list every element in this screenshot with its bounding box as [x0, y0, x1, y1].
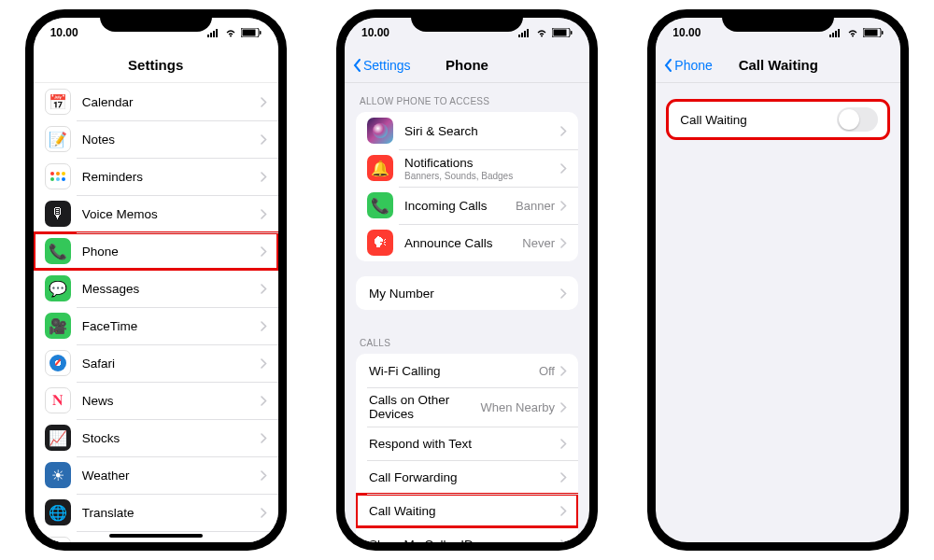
row-reminders[interactable]: Reminders	[34, 158, 278, 195]
nav-bar: Settings	[34, 48, 278, 83]
row-detail: Never	[522, 236, 555, 250]
row-safari[interactable]: Safari	[34, 344, 278, 382]
row-label: My Number	[369, 287, 560, 301]
call-waiting-content: Call Waiting	[656, 83, 900, 542]
row-siri-search[interactable]: Siri & Search	[356, 112, 578, 149]
announce-calls-icon: 🗣	[367, 230, 393, 256]
row-label: Translate	[82, 506, 261, 520]
weather-icon: ☀	[45, 462, 71, 488]
stocks-icon: 📈	[45, 425, 71, 451]
row-messages[interactable]: 💬 Messages	[34, 270, 278, 307]
notch	[411, 9, 523, 32]
back-button[interactable]: Settings	[352, 58, 411, 73]
facetime-icon: 🎥	[45, 313, 71, 339]
wifi-icon	[224, 28, 237, 37]
back-label: Settings	[363, 58, 411, 73]
svg-rect-19	[838, 29, 840, 37]
incoming-calls-icon: 📞	[367, 192, 393, 218]
row-voice-memos[interactable]: 🎙 Voice Memos	[34, 195, 278, 232]
chevron-left-icon	[663, 58, 672, 73]
row-label: Call Forwarding	[369, 470, 560, 484]
row-label: Messages	[82, 282, 261, 296]
row-incoming-calls[interactable]: 📞 Incoming Calls Banner	[356, 187, 578, 224]
row-label: Phone	[82, 245, 261, 259]
svg-rect-2	[213, 31, 215, 37]
chevron-right-icon	[261, 209, 267, 219]
calendar-icon: 📅	[45, 89, 71, 115]
row-calendar[interactable]: 📅 Calendar	[34, 83, 278, 120]
row-label: Call Waiting	[369, 504, 560, 518]
call-waiting-toggle[interactable]	[837, 107, 878, 132]
row-sublabel: Banners, Sounds, Badges	[404, 171, 560, 181]
row-notes[interactable]: 📝 Notes	[34, 120, 278, 158]
notch	[100, 9, 212, 32]
row-label: Announce Calls	[404, 236, 522, 250]
messages-icon: 💬	[45, 275, 71, 301]
row-wifi-calling[interactable]: Wi-Fi Calling Off	[356, 354, 578, 387]
svg-rect-18	[835, 31, 837, 37]
row-my-number[interactable]: My Number	[356, 276, 578, 310]
row-news[interactable]: 𝐍 News	[34, 382, 278, 419]
phone-frame-call-waiting: 10.00 Phone Call Waiting Call Waiting	[647, 9, 909, 551]
chevron-right-icon	[560, 506, 567, 516]
cellular-signal-icon	[518, 28, 531, 37]
chevron-right-icon	[560, 288, 567, 299]
battery-icon	[552, 28, 573, 37]
row-notifications[interactable]: 🔔 NotificationsBanners, Sounds, Badges	[356, 149, 578, 187]
chevron-right-icon	[560, 201, 567, 211]
row-calls-other-devices[interactable]: Calls on Other Devices When Nearby	[356, 387, 578, 427]
row-label: Wi-Fi Calling	[369, 364, 539, 378]
row-phone[interactable]: 📞 Phone	[34, 232, 278, 270]
chevron-right-icon	[560, 439, 567, 449]
call-waiting-toggle-row[interactable]: Call Waiting	[667, 100, 889, 139]
row-weather[interactable]: ☀ Weather	[34, 456, 278, 494]
chevron-left-icon	[352, 58, 361, 73]
maps-icon	[45, 537, 71, 542]
svg-rect-9	[521, 33, 523, 37]
row-call-forwarding[interactable]: Call Forwarding	[356, 460, 578, 494]
row-call-waiting[interactable]: Call Waiting	[356, 494, 578, 527]
status-time: 10.00	[50, 26, 78, 39]
row-label: News	[82, 394, 261, 408]
home-indicator[interactable]	[109, 534, 203, 538]
settings-list[interactable]: 📅 Calendar 📝 Notes Reminders 🎙 Voice Mem…	[34, 83, 278, 542]
cellular-signal-icon	[829, 28, 842, 37]
phone-frame-phone-settings: 10.00 Settings Phone ALLOW PHONE TO ACCE…	[336, 9, 598, 551]
row-detail: When Nearby	[481, 400, 555, 414]
row-label: Respond with Text	[369, 437, 560, 451]
svg-rect-7	[260, 31, 262, 35]
phone-settings-list[interactable]: ALLOW PHONE TO ACCESS Siri & Search 🔔 No…	[345, 83, 589, 542]
row-label: Notifications	[404, 156, 560, 170]
safari-icon	[45, 350, 71, 376]
row-facetime[interactable]: 🎥 FaceTime	[34, 307, 278, 344]
row-label: Notes	[82, 133, 261, 147]
wifi-icon	[846, 28, 859, 37]
row-respond-with-text[interactable]: Respond with Text	[356, 427, 578, 460]
row-detail: Banner	[516, 199, 555, 213]
chevron-right-icon	[560, 238, 567, 248]
row-announce-calls[interactable]: 🗣 Announce Calls Never	[356, 224, 578, 261]
svg-point-20	[852, 35, 854, 37]
back-button[interactable]: Phone	[663, 58, 712, 73]
row-label: Weather	[82, 469, 261, 483]
row-label: Calls on Other Devices	[369, 393, 481, 421]
svg-rect-14	[553, 30, 566, 36]
chevron-right-icon	[261, 470, 267, 481]
svg-rect-6	[242, 30, 255, 36]
row-label: FaceTime	[82, 319, 261, 333]
chevron-right-icon	[261, 433, 267, 443]
svg-rect-17	[832, 33, 834, 37]
svg-rect-0	[207, 35, 209, 37]
section-header-calls: CALLS	[345, 325, 589, 354]
wifi-icon	[535, 28, 548, 37]
row-translate[interactable]: 🌐 Translate	[34, 494, 278, 531]
chevron-right-icon	[560, 472, 567, 483]
row-stocks[interactable]: 📈 Stocks	[34, 419, 278, 456]
row-label: Reminders	[82, 170, 261, 184]
battery-icon	[241, 28, 262, 37]
row-show-caller-id[interactable]: Show My Caller ID	[356, 527, 578, 542]
svg-rect-22	[865, 30, 878, 36]
chevron-right-icon	[261, 246, 267, 257]
chevron-right-icon	[261, 508, 267, 518]
chevron-right-icon	[560, 126, 567, 136]
